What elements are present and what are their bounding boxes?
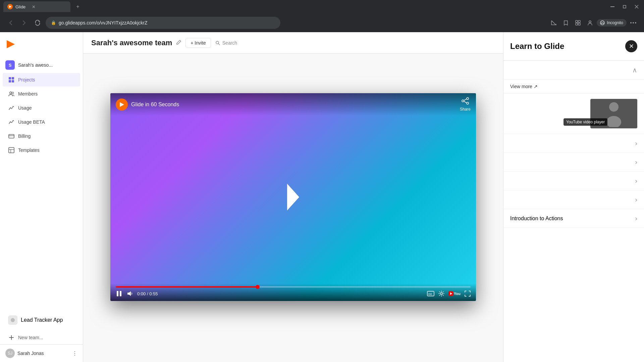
panel-item-3[interactable]: › xyxy=(503,172,644,190)
address-bar[interactable]: 🔒 go.glideapps.com/o/vvJNYITxjzzA0okjckr… xyxy=(46,17,280,29)
usage-beta-label: Usage BETA xyxy=(18,119,45,125)
panel-item-3-chevron: › xyxy=(635,177,637,185)
svg-rect-20 xyxy=(12,77,14,79)
new-team-button[interactable]: New team... xyxy=(3,331,80,344)
main-content: Sarah's awesome team + Invite Search xyxy=(83,32,503,362)
browser-tab[interactable]: Glide ✕ xyxy=(3,1,70,12)
panel-item-4[interactable]: › xyxy=(503,190,644,209)
svg-rect-19 xyxy=(9,77,11,79)
svg-line-39 xyxy=(464,99,467,101)
usage-beta-icon xyxy=(8,119,15,125)
captions-button[interactable]: CC xyxy=(427,291,434,296)
user-name: Sarah Jonas xyxy=(17,351,69,356)
sidebar-item-billing[interactable]: Billing xyxy=(3,129,80,143)
usage-icon xyxy=(8,105,15,111)
view-more-label: View more ↗ xyxy=(510,84,538,89)
svg-point-38 xyxy=(467,102,469,104)
close-window-button[interactable] xyxy=(633,3,641,11)
templates-icon xyxy=(8,147,15,154)
panel-close-button[interactable]: ✕ xyxy=(625,40,637,52)
chrome-extension-button[interactable] xyxy=(573,17,583,28)
mini-player-area: YouTube video player xyxy=(503,94,644,134)
new-team-label: New team... xyxy=(18,335,43,340)
video-center-logo xyxy=(283,184,303,210)
reload-button[interactable] xyxy=(32,17,43,28)
panel-header: Learn to Glide ✕ xyxy=(503,32,644,61)
team-selector[interactable]: S Sarah's aweso... xyxy=(0,58,83,72)
svg-line-40 xyxy=(464,101,467,103)
lead-tracker-app[interactable]: Lead Tracker App xyxy=(3,313,80,327)
tab-title: Glide xyxy=(15,4,25,9)
view-more-button[interactable]: View more ↗ xyxy=(503,80,644,94)
video-channel-icon xyxy=(116,99,128,111)
members-icon xyxy=(8,90,15,97)
profile-button[interactable] xyxy=(585,17,595,28)
user-more-button[interactable]: ⋮ xyxy=(72,350,77,357)
sidebar-item-usage-beta[interactable]: Usage BETA xyxy=(3,115,80,129)
volume-button[interactable] xyxy=(126,290,133,297)
video-title: Glide in 60 Seconds xyxy=(131,102,179,108)
intro-to-actions-item[interactable]: Introduction to Actions › xyxy=(503,209,644,228)
svg-rect-25 xyxy=(9,134,14,138)
right-panel: Learn to Glide ✕ ∧ View more ↗ xyxy=(503,32,644,362)
sidebar-apps: Lead Tracker App xyxy=(0,309,83,331)
video-controls: 0:00 / 0:55 CC YouTube xyxy=(110,284,476,301)
svg-rect-1 xyxy=(610,6,614,7)
sidebar: S Sarah's aweso... Projects Members xyxy=(0,32,83,362)
svg-rect-7 xyxy=(576,20,578,22)
progress-thumb xyxy=(256,285,260,289)
forward-button[interactable] xyxy=(19,17,30,28)
svg-point-15 xyxy=(630,22,632,23)
tab-close-button[interactable]: ✕ xyxy=(31,4,36,9)
sidebar-item-usage[interactable]: Usage xyxy=(3,101,80,115)
sidebar-item-projects[interactable]: Projects xyxy=(3,73,80,86)
svg-point-16 xyxy=(633,22,634,23)
svg-marker-43 xyxy=(127,291,131,296)
bookmark-button[interactable] xyxy=(560,17,571,28)
projects-icon xyxy=(8,76,15,83)
chevron-up-icon: ∧ xyxy=(632,66,637,74)
svg-line-6 xyxy=(551,20,556,25)
plus-icon xyxy=(8,334,15,341)
svg-point-11 xyxy=(589,21,591,23)
app-logo[interactable] xyxy=(0,32,83,58)
fullscreen-button[interactable] xyxy=(465,291,471,297)
incognito-label: Incognito xyxy=(607,20,623,25)
svg-point-17 xyxy=(635,22,636,23)
svg-marker-0 xyxy=(9,5,11,8)
camera-off-icon xyxy=(548,17,559,28)
usage-label: Usage xyxy=(18,105,32,111)
more-options-button[interactable] xyxy=(628,17,639,28)
url-display: go.glideapps.com/o/vvJNYITxjzzA0okjckrZ xyxy=(59,20,148,25)
svg-rect-22 xyxy=(12,80,14,82)
video-background xyxy=(110,93,476,301)
svg-text:YouTube: YouTube xyxy=(454,292,461,296)
back-button[interactable] xyxy=(5,17,16,28)
controls-row: 0:00 / 0:55 CC YouTube xyxy=(116,290,471,297)
lock-icon: 🔒 xyxy=(51,20,56,25)
right-controls: CC YouTube xyxy=(427,291,471,297)
panel-item-1[interactable]: › xyxy=(503,134,644,153)
time-display: 0:00 / 0:55 xyxy=(137,291,158,296)
video-overlay: Glide in 60 Seconds Share xyxy=(83,32,503,362)
video-header: Glide in 60 Seconds Share xyxy=(110,93,476,116)
video-share-button[interactable]: Share xyxy=(460,97,471,112)
lead-tracker-icon xyxy=(8,315,17,325)
new-tab-button[interactable]: + xyxy=(73,2,83,11)
progress-bar[interactable] xyxy=(116,286,471,288)
svg-rect-2 xyxy=(623,5,626,8)
sidebar-item-members[interactable]: Members xyxy=(3,87,80,101)
video-player[interactable]: Glide in 60 Seconds Share xyxy=(110,93,476,301)
panel-item-2[interactable]: › xyxy=(503,153,644,172)
svg-rect-10 xyxy=(578,23,580,25)
svg-point-13 xyxy=(601,23,602,24)
restore-button[interactable] xyxy=(621,3,629,11)
sidebar-item-templates[interactable]: Templates xyxy=(3,143,80,157)
panel-collapse-section[interactable]: ∧ xyxy=(503,61,644,80)
minimize-button[interactable] xyxy=(608,3,616,11)
settings-button[interactable] xyxy=(438,291,444,297)
svg-text:CC: CC xyxy=(428,293,432,296)
youtube-logo-button[interactable]: YouTube xyxy=(448,291,461,296)
pause-button[interactable] xyxy=(116,290,122,297)
video-title-area: Glide in 60 Seconds xyxy=(116,99,179,111)
